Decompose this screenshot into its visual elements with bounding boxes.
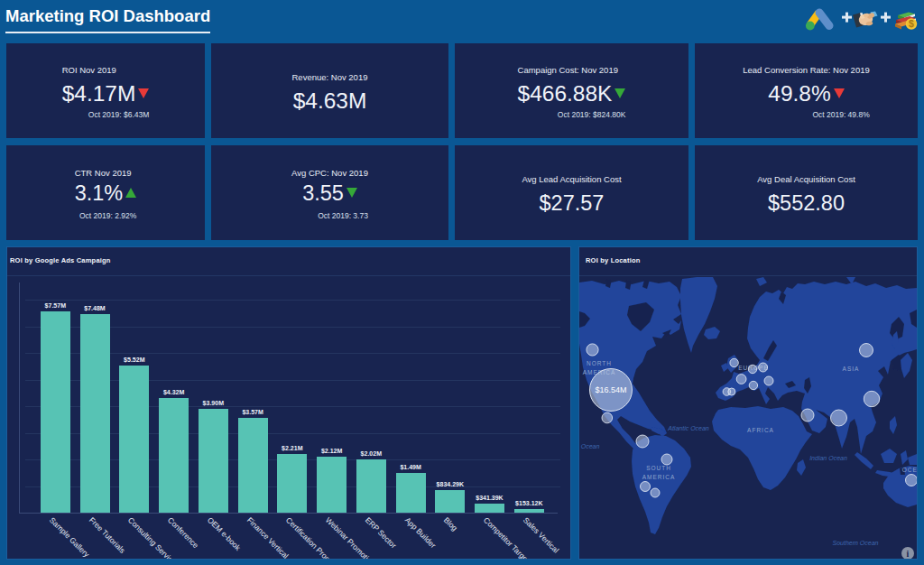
svg-text:$16.54M: $16.54M [595,385,626,394]
svg-text:Southern Ocean: Southern Ocean [833,540,879,546]
svg-text:SOUTH: SOUTH [646,465,671,471]
svg-text:i: i [907,549,910,559]
svg-text:ASIA: ASIA [843,366,860,372]
svg-text:Indian Ocean: Indian Ocean [809,455,847,461]
svg-text:NORTH: NORTH [587,360,612,366]
svg-text:Atlantic Ocean: Atlantic Ocean [667,425,709,431]
svg-text:Ocean: Ocean [581,443,600,449]
svg-text:OCEA: OCEA [902,467,917,473]
svg-text:AFRICA: AFRICA [747,427,774,433]
svg-text:AMERICA: AMERICA [642,474,676,480]
svg-text:$: $ [909,18,914,29]
